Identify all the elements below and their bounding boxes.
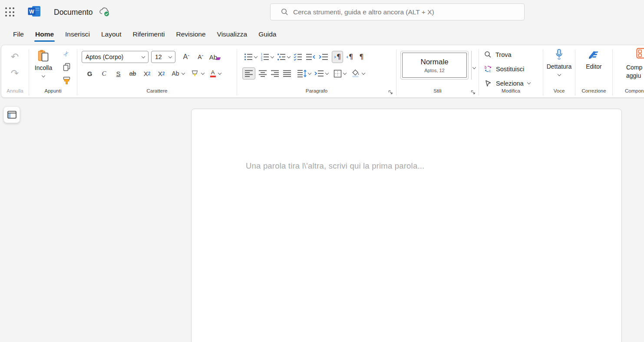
- style-normale[interactable]: Normale Aptos, 12: [400, 51, 469, 80]
- redo-button[interactable]: ↷: [7, 67, 22, 80]
- document-canvas: Una parola tira l\'altra, scrivi qui la …: [0, 99, 644, 342]
- tab-guida[interactable]: Guida: [253, 24, 282, 44]
- tab-revisione[interactable]: Revisione: [171, 24, 211, 44]
- rtl-paragraph-button[interactable]: ‹ ¶: [344, 51, 355, 63]
- borders-button[interactable]: [332, 67, 348, 80]
- tab-home[interactable]: Home: [30, 24, 59, 44]
- chevron-down-icon: [181, 71, 185, 74]
- subscript-digit: 2: [148, 71, 151, 76]
- document-placeholder-text: Una parola tira l\'altra, scrivi qui la …: [246, 161, 424, 171]
- increase-indent-icon: [319, 53, 328, 61]
- group-annulla: ↶ ↷ Annulla: [1, 45, 29, 97]
- strikethrough-button[interactable]: ab: [125, 67, 140, 80]
- group-label-paragrafo: Paragrafo: [237, 88, 396, 97]
- align-left-button[interactable]: [242, 67, 255, 80]
- tab-layout[interactable]: Layout: [96, 24, 127, 44]
- chevron-down-icon: [308, 71, 311, 74]
- replace-button[interactable]: b c Sostituisci: [484, 63, 524, 75]
- align-right-button[interactable]: [269, 67, 281, 80]
- word-logo-icon[interactable]: W: [28, 5, 41, 19]
- svg-text:W: W: [29, 9, 34, 15]
- subscript-button[interactable]: X2: [140, 67, 154, 80]
- undo-button[interactable]: ↶: [7, 50, 22, 63]
- bold-button[interactable]: G: [83, 67, 97, 80]
- replace-icon: b c: [484, 65, 492, 73]
- shading-bucket-icon: [351, 69, 360, 78]
- bullet-list-button[interactable]: [242, 51, 259, 63]
- chevron-down-icon: [201, 71, 204, 74]
- add-ins-label: Comp aggiu: [626, 63, 642, 80]
- select-label: Seleziona: [496, 80, 524, 87]
- search-input[interactable]: [293, 8, 519, 16]
- eraser-icon: [216, 57, 221, 60]
- multilevel-list-button[interactable]: [275, 51, 292, 63]
- tab-inserisci[interactable]: Inserisci: [59, 24, 96, 44]
- document-title[interactable]: Documento: [54, 0, 93, 24]
- grow-font-button[interactable]: Aˆ: [179, 51, 193, 63]
- copy-button[interactable]: [59, 60, 74, 74]
- chevron-down-icon: [527, 81, 530, 84]
- numbered-list-button[interactable]: 1 2 3: [259, 51, 275, 63]
- dialog-launcher-icon[interactable]: [388, 90, 393, 96]
- tab-file[interactable]: File: [7, 24, 30, 44]
- font-name-combo[interactable]: Aptos (Corpo): [82, 51, 149, 63]
- pilcrow-icon: ¶: [337, 53, 341, 60]
- group-componenti-aggiuntivi: Comp aggiu Componen: [613, 45, 644, 97]
- group-correzione: Editor Correzione: [575, 45, 612, 97]
- dialog-launcher-icon[interactable]: [471, 90, 476, 96]
- shrink-font-button[interactable]: Aˇ: [193, 51, 208, 63]
- ltr-paragraph-button[interactable]: › ¶: [332, 51, 343, 63]
- font-color-icon: A: [210, 70, 216, 77]
- tab-visualizza[interactable]: Visualizza: [211, 24, 253, 44]
- font-color-button[interactable]: A: [207, 67, 224, 80]
- search-box[interactable]: [270, 3, 525, 20]
- rtl-mark-icon: ‹: [346, 54, 348, 60]
- checklist-icon: [294, 53, 302, 61]
- paragraph-indent-icon: [314, 69, 324, 78]
- format-painter-button[interactable]: [59, 74, 74, 87]
- ribbon: ↶ ↷ Annulla Incolla: [1, 45, 644, 98]
- line-spacing-icon: [297, 69, 307, 78]
- font-name-value: Aptos (Corpo): [86, 53, 123, 60]
- italic-button[interactable]: C: [97, 67, 111, 80]
- paragraph-indent-button[interactable]: [313, 67, 330, 80]
- styles-gallery-expand-button[interactable]: [473, 63, 476, 70]
- dictate-button[interactable]: Dettatura: [543, 46, 575, 76]
- underline-button[interactable]: S: [111, 67, 125, 80]
- justify-icon: [283, 70, 291, 77]
- align-center-button[interactable]: [257, 67, 269, 80]
- superscript-button[interactable]: X2: [154, 67, 168, 80]
- cut-button[interactable]: ✂: [59, 47, 74, 60]
- style-name: Normale: [420, 58, 448, 66]
- show-formatting-marks-button[interactable]: ¶: [357, 51, 365, 63]
- chevron-down-icon: [168, 54, 172, 58]
- change-case-button[interactable]: Ab: [168, 67, 188, 80]
- group-appunti: Incolla ✂: [29, 45, 77, 97]
- save-status-icon[interactable]: [99, 7, 110, 19]
- search-icon: [281, 8, 288, 16]
- chevron-down-icon: [42, 74, 45, 77]
- line-spacing-button[interactable]: [295, 67, 313, 80]
- navigation-pane-toggle[interactable]: [3, 106, 20, 123]
- styles-gallery-divider: [471, 51, 472, 80]
- group-carattere: Aptos (Corpo) 12 Aˆ Aˇ Ab: [77, 45, 237, 97]
- tab-riferimenti[interactable]: Riferimenti: [127, 24, 170, 44]
- font-size-combo[interactable]: 12: [151, 51, 175, 63]
- increase-indent-button[interactable]: [317, 51, 330, 63]
- highlighter-icon: [191, 70, 199, 77]
- shading-button[interactable]: [350, 67, 367, 80]
- paste-button[interactable]: Incolla: [31, 46, 56, 88]
- text-highlight-button[interactable]: [188, 67, 207, 80]
- editor-button[interactable]: Editor: [575, 46, 612, 70]
- decrease-indent-button[interactable]: [304, 51, 317, 63]
- justify-button[interactable]: [281, 67, 293, 80]
- select-button[interactable]: Seleziona: [484, 77, 530, 89]
- checklist-button[interactable]: [292, 51, 304, 63]
- find-button[interactable]: Trova: [484, 49, 512, 60]
- clear-formatting-button[interactable]: Ab: [208, 51, 222, 63]
- chevron-down-icon: [362, 71, 365, 74]
- document-page[interactable]: Una parola tira l\'altra, scrivi qui la …: [191, 109, 622, 342]
- add-ins-button[interactable]: [636, 48, 644, 61]
- chevron-down-icon: [142, 54, 145, 58]
- app-launcher-icon[interactable]: [5, 7, 15, 17]
